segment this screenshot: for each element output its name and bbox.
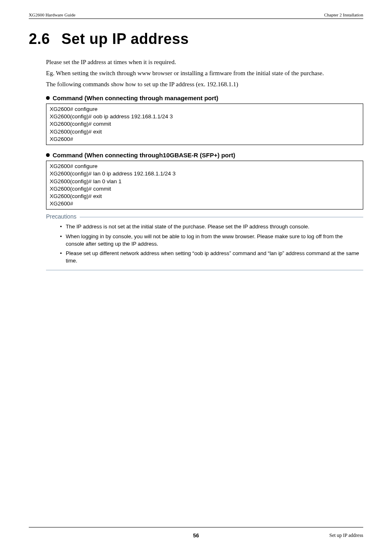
command-heading-1-text: Command (When connecting through managem… xyxy=(53,94,218,101)
code-block-2: XG2600# configure XG2600(config)# lan 0 … xyxy=(46,161,363,210)
list-item: Please set up different network address … xyxy=(66,250,359,264)
list-item: When logging in by console, you will not… xyxy=(66,233,359,247)
section-number: 2.6 xyxy=(29,30,50,47)
footer-page-number: 56 xyxy=(193,532,199,539)
page: XG2600 Hardware Guide Chapter 2 Installa… xyxy=(0,0,392,555)
bullet-icon xyxy=(46,153,50,157)
header-left: XG2600 Hardware Guide xyxy=(29,12,76,17)
page-footer: 56 Set up IP address xyxy=(29,527,363,539)
intro-paragraph-1: Please set the IP address at times when … xyxy=(46,58,363,67)
intro-paragraph-2: Eg. When setting the switch through www … xyxy=(46,69,363,78)
precautions-label: Precautions xyxy=(46,213,80,220)
command-heading-2-text: Command (When connecting through10GBASE-… xyxy=(53,152,235,159)
command-heading-2: Command (When connecting through10GBASE-… xyxy=(46,152,363,159)
section-heading: 2.6Set up IP address xyxy=(29,30,363,48)
code-block-1: XG2600# configure XG2600(config)# oob ip… xyxy=(46,104,363,145)
command-heading-1: Command (When connecting through managem… xyxy=(46,94,363,101)
footer-right: Set up IP address xyxy=(329,532,363,539)
intro-paragraph-3: The following commands show how to set u… xyxy=(46,80,363,89)
list-item: The IP address is not set at the initial… xyxy=(66,223,359,230)
precautions-block: Precautions The IP address is not set at… xyxy=(46,217,363,270)
section-title-text: Set up IP address xyxy=(62,30,189,47)
bullet-icon xyxy=(46,96,50,100)
header-right: Chapter 2 Installation xyxy=(324,12,363,17)
page-header: XG2600 Hardware Guide Chapter 2 Installa… xyxy=(29,12,363,19)
